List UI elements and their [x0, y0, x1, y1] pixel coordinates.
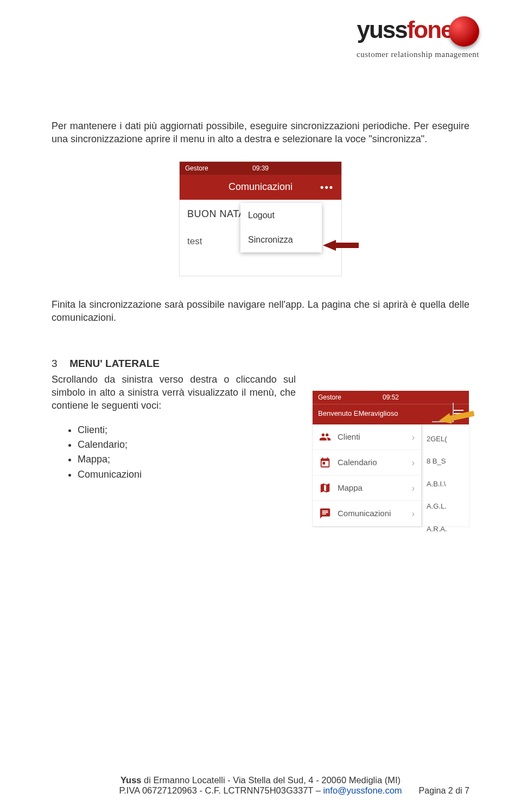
logo-text-fone: fone	[407, 16, 453, 43]
drawer-label: Calendario	[338, 457, 377, 468]
chevron-right-icon: ›	[412, 483, 415, 494]
chevron-right-icon: ›	[412, 432, 415, 443]
drawer-label: Mappa	[338, 483, 363, 493]
map-icon	[319, 482, 331, 494]
list-item: Calendario;	[78, 438, 296, 451]
menu-item-logout[interactable]: Logout	[240, 203, 322, 228]
screenshot-sync-menu: Gestore 09:39 Comunicazioni ••• BUON NAT…	[179, 161, 342, 276]
section-heading: 3 MENU' LATERALE	[52, 357, 469, 371]
footer-email-link[interactable]: info@yussfone.com	[323, 785, 402, 795]
screenshot-side-menu: Gestore 09:52 Benvenuto EMeraviglioso Cl…	[312, 390, 469, 528]
logo-tagline: customer relationship management	[347, 50, 488, 59]
status-bar: Gestore 09:52	[313, 391, 469, 404]
section3-text: Scrollando da sinistra verso destra o cl…	[52, 373, 296, 413]
drawer-item-clienti[interactable]: Clienti ›	[313, 424, 421, 450]
list-item: 2GEL(	[427, 428, 470, 451]
list-item: Mappa;	[78, 453, 296, 466]
drawer-item-comunicazioni[interactable]: Comunicazioni ›	[313, 501, 421, 526]
list-item: A.B.I.\	[427, 473, 470, 496]
section-number: 3	[52, 357, 67, 371]
navbar-title: Comunicazioni	[228, 180, 293, 193]
drawer-item-mappa[interactable]: Mappa ›	[313, 475, 421, 501]
paragraph-intro: Per mantenere i dati più aggiornati poss…	[52, 119, 469, 146]
logo-text-yuss: yuss	[357, 16, 406, 43]
list-item: A.R.A.	[427, 518, 470, 541]
chevron-right-icon: ›	[412, 508, 415, 520]
page-number: Pagina 2 di 7	[419, 786, 469, 796]
welcome-text: Benvenuto EMeraviglioso	[318, 409, 398, 418]
clock-label: 09:39	[252, 164, 269, 173]
footer-address: di Ermanno Locatelli - Via Stella del Su…	[142, 775, 401, 785]
arrow-annotation-icon	[323, 239, 361, 251]
footer-brand: Yuss	[120, 775, 142, 785]
drawer-label: Clienti	[338, 432, 360, 442]
list-item: Clienti;	[78, 423, 296, 436]
brand-logo: yussfone customer relationship managemen…	[347, 16, 488, 59]
paragraph-after-sync: Finita la sincronizzazione sarà possibil…	[52, 298, 469, 325]
footer-tax: P.IVA 06727120963 - C.F. LCTRNN75H03G337…	[119, 785, 323, 795]
chat-icon	[319, 507, 331, 519]
drawer-label: Comunicazioni	[338, 508, 391, 519]
status-bar: Gestore 09:39	[180, 162, 341, 175]
carrier-label: Gestore	[318, 393, 361, 402]
dropdown-menu: Logout Sincronizza	[240, 203, 322, 252]
side-drawer: Clienti › Calendario ›	[313, 424, 421, 526]
app-navbar: Comunicazioni •••	[180, 175, 341, 200]
background-list: 2GEL( 8 B_S A.B.I.\ A.G.L. A.R.A.	[427, 428, 470, 541]
chevron-right-icon: ›	[412, 457, 415, 469]
drawer-item-calendario[interactable]: Calendario ›	[313, 450, 421, 475]
calendar-icon	[319, 456, 331, 468]
people-icon	[319, 431, 331, 443]
list-item: A.G.L.	[427, 495, 470, 518]
carrier-label: Gestore	[185, 164, 228, 173]
menu-item-sincronizza[interactable]: Sincronizza	[240, 227, 322, 252]
clock-label: 09:52	[383, 393, 399, 402]
menu-items-list: Clienti; Calendario; Mappa; Comunicazion…	[78, 423, 296, 481]
logo-sphere-icon	[449, 16, 479, 47]
section-title: MENU' LATERALE	[69, 358, 160, 369]
more-icon[interactable]: •••	[320, 180, 334, 193]
list-item: Comunicazioni	[78, 468, 296, 481]
list-item: 8 B_S	[427, 450, 470, 473]
